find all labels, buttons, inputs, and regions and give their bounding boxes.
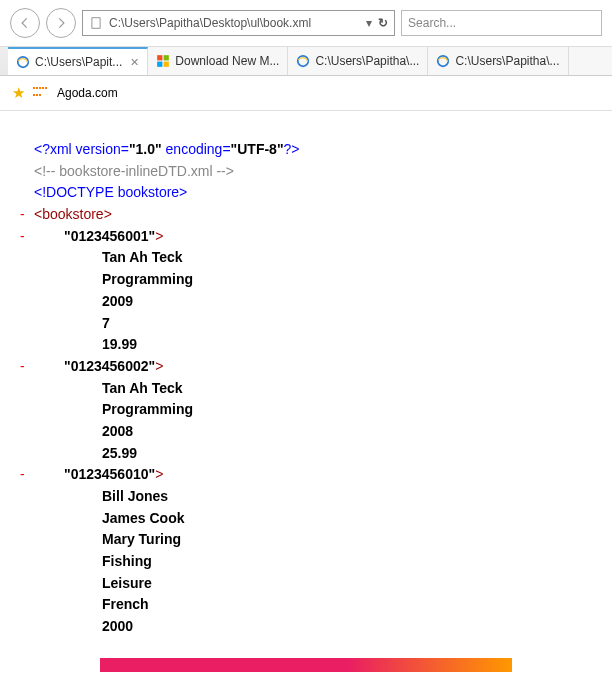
svg-rect-4 bbox=[158, 62, 163, 67]
xml-root-open: - <bookstore> bbox=[34, 204, 592, 226]
tab-label: C:\Users\Papitha\... bbox=[455, 54, 559, 68]
browser-toolbar: C:\Users\Papitha\Desktop\ul\book.xml ▾ ↻… bbox=[0, 0, 612, 47]
xml-element: 2000 bbox=[34, 616, 592, 638]
address-text: C:\Users\Papitha\Desktop\ul\book.xml bbox=[109, 16, 360, 30]
xml-element: 2009 bbox=[34, 291, 592, 313]
search-input[interactable]: Search... bbox=[401, 10, 602, 36]
xml-element: Tan Ah Teck bbox=[34, 378, 592, 400]
favorite-link[interactable]: Agoda.com bbox=[57, 86, 118, 100]
collapse-toggle[interactable]: - bbox=[20, 204, 25, 226]
xml-book-open: -"0123456001"> bbox=[34, 226, 592, 248]
xml-book-open: -"0123456010"> bbox=[34, 464, 592, 486]
ie-icon bbox=[16, 55, 30, 69]
arrow-left-icon bbox=[18, 16, 32, 30]
address-bar[interactable]: C:\Users\Papitha\Desktop\ul\book.xml ▾ ↻ bbox=[82, 10, 395, 36]
search-placeholder: Search... bbox=[408, 16, 456, 30]
collapse-toggle[interactable]: - bbox=[20, 464, 25, 486]
ie-icon bbox=[436, 54, 450, 68]
tab-bar: C:\Users\Papit...✕Download New M...C:\Us… bbox=[0, 47, 612, 76]
favorites-bar: ★ Agoda.com bbox=[0, 76, 612, 111]
footer-bar bbox=[100, 658, 512, 672]
refresh-icon[interactable]: ↻ bbox=[378, 16, 388, 30]
microsoft-icon bbox=[156, 54, 170, 68]
xml-element: 7 bbox=[34, 313, 592, 335]
xml-element: Fishing bbox=[34, 551, 592, 573]
xml-element: Programming bbox=[34, 399, 592, 421]
ie-icon bbox=[296, 54, 310, 68]
svg-rect-3 bbox=[164, 55, 169, 60]
svg-rect-2 bbox=[158, 55, 163, 60]
tab-overflow-left bbox=[0, 47, 8, 75]
xml-element: Tan Ah Teck bbox=[34, 247, 592, 269]
tab-label: C:\Users\Papit... bbox=[35, 55, 122, 69]
xml-element: Bill Jones bbox=[34, 486, 592, 508]
xml-element: Programming bbox=[34, 269, 592, 291]
agoda-icon bbox=[33, 87, 49, 99]
svg-rect-5 bbox=[164, 62, 169, 67]
arrow-right-icon bbox=[54, 16, 68, 30]
xml-element: French bbox=[34, 594, 592, 616]
back-button[interactable] bbox=[10, 8, 40, 38]
dropdown-icon[interactable]: ▾ bbox=[366, 16, 372, 30]
close-icon[interactable]: ✕ bbox=[130, 56, 139, 69]
browser-tab[interactable]: Download New M... bbox=[148, 47, 288, 75]
xml-element: Mary Turing bbox=[34, 529, 592, 551]
svg-rect-0 bbox=[92, 18, 100, 29]
xml-book-open: -"0123456002"> bbox=[34, 356, 592, 378]
xml-comment: <!-- bookstore-inlineDTD.xml --> bbox=[34, 161, 592, 183]
browser-tab[interactable]: C:\Users\Papitha\... bbox=[288, 47, 428, 75]
browser-tab[interactable]: C:\Users\Papit...✕ bbox=[8, 47, 148, 75]
favorite-star-icon[interactable]: ★ bbox=[12, 84, 25, 102]
forward-button[interactable] bbox=[46, 8, 76, 38]
xml-viewer: <?xml version="1.0" encoding="UTF-8"?> <… bbox=[0, 111, 612, 658]
collapse-toggle[interactable]: - bbox=[20, 226, 25, 248]
xml-element: Leisure bbox=[34, 573, 592, 595]
xml-doctype: <!DOCTYPE bookstore> bbox=[34, 182, 592, 204]
browser-tab[interactable]: C:\Users\Papitha\... bbox=[428, 47, 568, 75]
file-icon bbox=[89, 16, 103, 30]
tab-label: C:\Users\Papitha\... bbox=[315, 54, 419, 68]
xml-element: James Cook bbox=[34, 508, 592, 530]
collapse-toggle[interactable]: - bbox=[20, 356, 25, 378]
xml-declaration: <?xml version="1.0" encoding="UTF-8"?> bbox=[34, 139, 592, 161]
xml-element: 25.99 bbox=[34, 443, 592, 465]
xml-element: 2008 bbox=[34, 421, 592, 443]
tab-label: Download New M... bbox=[175, 54, 279, 68]
xml-element: 19.99 bbox=[34, 334, 592, 356]
